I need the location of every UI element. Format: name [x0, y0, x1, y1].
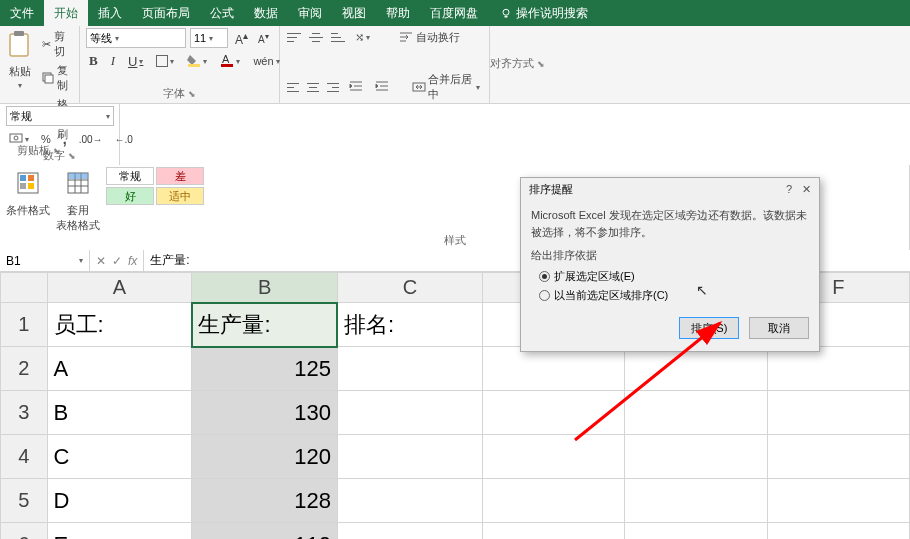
cancel-formula-icon[interactable]: ✕	[96, 254, 106, 268]
cell[interactable]	[625, 479, 767, 523]
sort-button[interactable]: 排序(S)	[679, 317, 739, 339]
bold-button[interactable]: B	[86, 52, 101, 70]
cell[interactable]: 生产量:	[192, 303, 338, 347]
col-header-b[interactable]: B	[192, 273, 338, 303]
cell[interactable]	[482, 523, 625, 540]
cell[interactable]: 130	[192, 391, 338, 435]
align-left-button[interactable]	[286, 80, 300, 94]
menu-home[interactable]: 开始	[44, 0, 88, 26]
decrease-font-button[interactable]: A▾	[255, 30, 272, 46]
option-expand-selection[interactable]: 扩展选定区域(E)	[539, 269, 809, 284]
cell-style-normal[interactable]: 常规	[106, 167, 154, 185]
italic-button[interactable]: I	[108, 52, 118, 70]
cell[interactable]	[337, 523, 482, 540]
help-icon[interactable]: ?	[786, 183, 792, 196]
increase-decimal-button[interactable]: .00→	[76, 133, 106, 146]
align-right-button[interactable]	[326, 80, 340, 94]
cell[interactable]	[625, 523, 767, 540]
cell[interactable]	[337, 347, 482, 391]
format-as-table-icon[interactable]	[64, 167, 92, 201]
cell[interactable]: D	[47, 479, 192, 523]
cell[interactable]	[337, 391, 482, 435]
copy-button[interactable]: 复制	[38, 62, 73, 94]
decrease-indent-button[interactable]	[346, 79, 366, 95]
cell[interactable]	[767, 435, 909, 479]
cell[interactable]: 128	[192, 479, 338, 523]
cell[interactable]: B	[47, 391, 192, 435]
align-center-button[interactable]	[306, 80, 320, 94]
merge-center-button[interactable]: 合并后居中▾	[409, 71, 483, 103]
cell[interactable]	[625, 435, 767, 479]
menu-layout[interactable]: 页面布局	[132, 0, 200, 26]
cell[interactable]	[482, 435, 625, 479]
cell-style-bad[interactable]: 差	[156, 167, 204, 185]
col-header-a[interactable]: A	[47, 273, 192, 303]
orientation-button[interactable]: ⤭▾	[352, 30, 373, 45]
cell[interactable]	[337, 479, 482, 523]
align-bottom-button[interactable]	[330, 30, 346, 44]
cell[interactable]	[767, 523, 909, 540]
cell[interactable]: 110	[192, 523, 338, 540]
menu-tell-me[interactable]: 操作说明搜索	[488, 0, 588, 26]
chevron-down-icon[interactable]: ▾	[18, 81, 22, 90]
increase-font-button[interactable]: A▴	[232, 29, 251, 48]
cut-button[interactable]: ✂剪切	[38, 28, 73, 60]
menu-formula[interactable]: 公式	[200, 0, 244, 26]
cell[interactable]: E	[47, 523, 192, 540]
phonetic-button[interactable]: wén▾	[250, 54, 282, 68]
percent-button[interactable]: %	[38, 132, 54, 146]
menu-file[interactable]: 文件	[0, 0, 44, 26]
menu-insert[interactable]: 插入	[88, 0, 132, 26]
cancel-button[interactable]: 取消	[749, 317, 809, 339]
align-top-button[interactable]	[286, 30, 302, 44]
cell[interactable]: 排名:	[337, 303, 482, 347]
enter-formula-icon[interactable]: ✓	[112, 254, 122, 268]
font-color-button[interactable]: A▾	[217, 52, 243, 70]
row-header[interactable]: 3	[1, 391, 48, 435]
number-format-combo[interactable]: 常规▾	[6, 106, 114, 126]
increase-indent-button[interactable]	[372, 79, 392, 95]
cell[interactable]	[767, 347, 909, 391]
row-header[interactable]: 1	[1, 303, 48, 347]
wrap-text-button[interactable]: 自动换行	[395, 28, 463, 46]
fx-icon[interactable]: fx	[128, 254, 137, 268]
border-button[interactable]: ▾	[153, 54, 177, 68]
dialog-launcher-icon[interactable]: ⬊	[67, 151, 77, 161]
menu-help[interactable]: 帮助	[376, 0, 420, 26]
menu-view[interactable]: 视图	[332, 0, 376, 26]
option-current-selection[interactable]: 以当前选定区域排序(C)	[539, 288, 809, 303]
name-box[interactable]: B1▾	[0, 250, 90, 271]
paste-icon[interactable]	[6, 28, 34, 62]
cell[interactable]	[337, 435, 482, 479]
cell-style-neutral[interactable]: 适中	[156, 187, 204, 205]
cell[interactable]	[482, 391, 625, 435]
font-name-combo[interactable]: 等线▾	[86, 28, 186, 48]
decrease-decimal-button[interactable]: ←.0	[112, 133, 136, 146]
underline-button[interactable]: U▾	[125, 53, 146, 70]
conditional-format-icon[interactable]	[14, 167, 42, 201]
cell[interactable]: 120	[192, 435, 338, 479]
comma-button[interactable]: ,	[60, 130, 70, 148]
row-header[interactable]: 6	[1, 523, 48, 540]
cell[interactable]	[767, 479, 909, 523]
menu-data[interactable]: 数据	[244, 0, 288, 26]
accounting-format-button[interactable]: ▾	[6, 130, 32, 148]
select-all-corner[interactable]	[1, 273, 48, 303]
row-header[interactable]: 2	[1, 347, 48, 391]
cell[interactable]	[625, 391, 767, 435]
dialog-launcher-icon[interactable]: ⬊	[536, 59, 546, 69]
cell[interactable]: 125	[192, 347, 338, 391]
cell[interactable]	[482, 479, 625, 523]
close-icon[interactable]: ✕	[802, 183, 811, 196]
cell[interactable]: 员工:	[47, 303, 192, 347]
menu-baidu[interactable]: 百度网盘	[420, 0, 488, 26]
cell[interactable]: A	[47, 347, 192, 391]
font-size-combo[interactable]: 11▾	[190, 28, 228, 48]
menu-review[interactable]: 审阅	[288, 0, 332, 26]
cell[interactable]: C	[47, 435, 192, 479]
cell-style-good[interactable]: 好	[106, 187, 154, 205]
col-header-c[interactable]: C	[337, 273, 482, 303]
align-middle-button[interactable]	[308, 30, 324, 44]
dialog-launcher-icon[interactable]: ⬊	[187, 89, 197, 99]
cell[interactable]	[767, 391, 909, 435]
